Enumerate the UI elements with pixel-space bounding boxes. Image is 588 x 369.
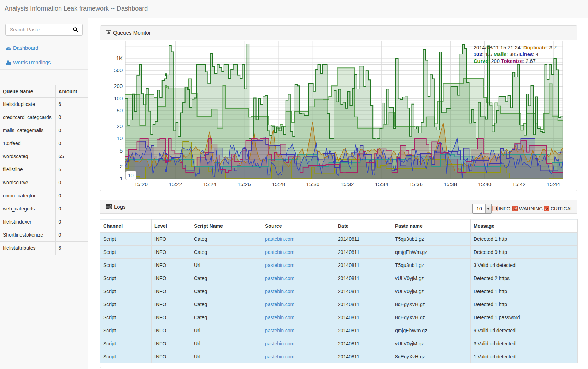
svg-text:10: 10 bbox=[117, 135, 123, 141]
svg-text:500: 500 bbox=[114, 67, 123, 73]
svg-text:50: 50 bbox=[117, 107, 123, 113]
svg-text:15:42: 15:42 bbox=[512, 181, 526, 187]
svg-text:5: 5 bbox=[120, 148, 123, 154]
svg-text:1: 1 bbox=[120, 175, 123, 181]
svg-text:15:32: 15:32 bbox=[341, 181, 354, 187]
svg-text:15:34: 15:34 bbox=[375, 181, 388, 187]
svg-text:1K: 1K bbox=[116, 55, 123, 61]
svg-text:15:36: 15:36 bbox=[409, 181, 423, 187]
svg-text:15:44: 15:44 bbox=[547, 181, 560, 187]
svg-text:15:30: 15:30 bbox=[306, 181, 319, 187]
svg-text:100: 100 bbox=[114, 95, 123, 101]
svg-text:200: 200 bbox=[114, 83, 123, 89]
svg-text:15:26: 15:26 bbox=[237, 181, 251, 187]
svg-text:15:38: 15:38 bbox=[443, 181, 457, 187]
svg-text:15:24: 15:24 bbox=[203, 181, 217, 187]
svg-text:15:28: 15:28 bbox=[272, 181, 285, 187]
svg-text:15:22: 15:22 bbox=[169, 181, 182, 187]
svg-text:20: 20 bbox=[117, 123, 123, 129]
svg-text:15:40: 15:40 bbox=[478, 181, 492, 187]
svg-text:15:20: 15:20 bbox=[134, 181, 148, 187]
svg-text:2: 2 bbox=[120, 163, 123, 169]
